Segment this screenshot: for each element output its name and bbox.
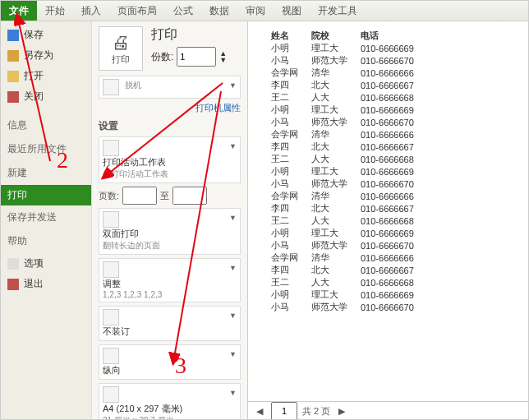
preview-page: 姓名院校电话小明理工大010-6666669小马师范大学010-6666670会… <box>264 30 494 313</box>
printer-status-icon <box>103 79 119 95</box>
pager: ◀ 共 2 页 ▶ <box>248 401 528 420</box>
chevron-down-icon: ▼ <box>229 264 237 272</box>
opt-duplex[interactable]: 双面打印翻转长边的页面▼ <box>99 208 241 255</box>
sidebar-saveas-label: 另存为 <box>24 48 53 62</box>
page-prev[interactable]: ◀ <box>253 406 266 417</box>
save-icon <box>7 30 19 41</box>
sidebar-exit-label: 退出 <box>24 277 44 291</box>
close-icon <box>7 91 19 103</box>
printer-icon: 🖨 <box>112 32 130 53</box>
backstage-sidebar: 保存 另存为 打开 关闭 信息 最近所用文件 新建 打印 保存并发送 帮助 选项… <box>1 21 92 420</box>
opt-collate-l2: 1,2,3 1,2,3 1,2,3 <box>103 290 237 299</box>
sidebar-options-label: 选项 <box>24 256 44 270</box>
opt-collate[interactable]: 调整1,2,3 1,2,3 1,2,3▼ <box>99 258 241 302</box>
opt-print-range-l2: 仅打印活动工作表 <box>103 168 237 180</box>
tab-view[interactable]: 视图 <box>274 1 310 21</box>
page-next[interactable]: ▶ <box>335 406 348 417</box>
table-row: 小明理工大010-6666669 <box>264 104 421 116</box>
page-current-input[interactable] <box>271 402 297 420</box>
table-row: 小马师范大学010-6666670 <box>264 116 421 128</box>
sidebar-close-label: 关闭 <box>24 90 44 104</box>
table-row: 王二人大010-6666668 <box>264 91 421 104</box>
copies-label: 份数: <box>151 50 173 64</box>
tab-insert[interactable]: 插入 <box>73 1 109 21</box>
printer-select[interactable]: 脱机 ▼ <box>99 76 241 99</box>
sidebar-saveas[interactable]: 另存为 <box>1 45 91 66</box>
sidebar-options[interactable]: 选项 <box>1 253 91 274</box>
tab-file[interactable]: 文件 <box>1 1 37 21</box>
copies-spinner[interactable]: ▲▼ <box>219 50 227 63</box>
tab-dev[interactable]: 开发工具 <box>310 1 366 21</box>
printer-properties-link[interactable]: 打印机属性 <box>99 102 241 114</box>
sidebar-open[interactable]: 打开 <box>1 66 91 86</box>
sidebar-recent[interactable]: 最近所用文件 <box>1 137 91 161</box>
copies-input[interactable] <box>177 47 216 67</box>
table-row: 小马师范大学010-6666670 <box>264 178 421 190</box>
table-row: 李四北大010-6666667 <box>264 79 421 91</box>
ribbon: 文件 开始 插入 页面布局 公式 数据 审阅 视图 开发工具 <box>1 1 528 21</box>
table-row: 王二人大010-6666668 <box>264 153 421 165</box>
tab-review[interactable]: 审阅 <box>237 1 274 21</box>
table-row: 会学网清华010-6666666 <box>264 128 421 141</box>
opt-duplex-l2: 翻转长边的页面 <box>103 240 237 252</box>
table-row: 小明理工大010-6666669 <box>264 227 421 239</box>
settings-title: 设置 <box>99 119 241 133</box>
pages-label: 页数: <box>99 190 119 202</box>
sidebar-help[interactable]: 帮助 <box>1 229 91 253</box>
exit-icon <box>7 279 19 290</box>
sidebar-info[interactable]: 信息 <box>1 113 91 137</box>
opt-orientation[interactable]: 纵向▼ <box>99 344 241 380</box>
table-row: 李四北大010-6666667 <box>264 141 421 153</box>
opt-paper-l2: 21 厘米 x 29.7 厘米 <box>103 415 237 420</box>
table-row: 李四北大010-6666667 <box>264 202 421 215</box>
table-row: 小马师范大学010-6666670 <box>264 301 421 313</box>
page-from-input[interactable] <box>122 187 157 205</box>
table-row: 小明理工大010-6666669 <box>264 165 421 178</box>
sidebar-send[interactable]: 保存并发送 <box>1 205 91 229</box>
table-row: 王二人大010-6666668 <box>264 276 421 288</box>
sidebar-exit[interactable]: 退出 <box>1 274 91 294</box>
table-row: 小明理工大010-6666669 <box>264 42 421 54</box>
tab-formula[interactable]: 公式 <box>165 1 201 21</box>
portrait-icon <box>103 348 119 364</box>
table-row: 会学网清华010-6666666 <box>264 67 421 79</box>
table-row: 小马师范大学010-6666670 <box>264 54 421 67</box>
table-row: 小马师范大学010-6666670 <box>264 239 421 252</box>
print-preview: 姓名院校电话小明理工大010-6666669小马师范大学010-6666670会… <box>248 21 528 420</box>
open-icon <box>7 71 19 82</box>
duplex-icon <box>103 211 119 228</box>
sidebar-open-label: 打开 <box>24 69 44 83</box>
sidebar-save-label: 保存 <box>24 28 44 42</box>
tab-data[interactable]: 数据 <box>201 1 237 21</box>
collate-icon <box>103 261 119 278</box>
chevron-down-icon: ▼ <box>229 142 237 150</box>
opt-print-range[interactable]: 打印活动工作表仅打印活动工作表▼ <box>99 136 241 183</box>
opt-paper-l1: A4 (210 x 297 毫米) <box>103 403 237 415</box>
page-total-label: 共 2 页 <box>302 405 330 418</box>
sidebar-close[interactable]: 关闭 <box>1 86 91 107</box>
table-row: 小明理工大010-6666669 <box>264 288 421 301</box>
options-icon <box>7 258 19 270</box>
chevron-down-icon: ▼ <box>229 81 237 90</box>
tab-home[interactable]: 开始 <box>37 1 73 21</box>
sidebar-save[interactable]: 保存 <box>1 25 91 45</box>
opt-staple-l1: 不装订 <box>103 325 237 338</box>
printer-status-label: 脱机 <box>125 81 141 90</box>
table-row: 李四北大010-6666667 <box>264 264 421 276</box>
print-button[interactable]: 🖨 打印 <box>99 26 143 71</box>
sidebar-print[interactable]: 打印 <box>1 185 91 205</box>
opt-duplex-l1: 双面打印 <box>103 228 237 240</box>
opt-staple[interactable]: 不装订▼ <box>99 306 241 341</box>
sidebar-new[interactable]: 新建 <box>1 161 91 185</box>
opt-paper-size[interactable]: A4 (210 x 297 毫米)21 厘米 x 29.7 厘米▼ <box>99 383 241 420</box>
table-row: 会学网清华010-6666666 <box>264 190 421 202</box>
opt-orientation-l1: 纵向 <box>103 364 237 376</box>
preview-scroll[interactable]: 姓名院校电话小明理工大010-6666669小马师范大学010-6666670会… <box>248 21 528 401</box>
page-to-input[interactable] <box>172 187 207 205</box>
chevron-down-icon: ▼ <box>229 214 237 222</box>
chevron-down-icon: ▼ <box>229 389 237 397</box>
paper-icon <box>103 386 119 403</box>
sheet-icon <box>103 140 119 156</box>
print-button-label: 打印 <box>112 53 130 66</box>
tab-layout[interactable]: 页面布局 <box>109 1 165 21</box>
